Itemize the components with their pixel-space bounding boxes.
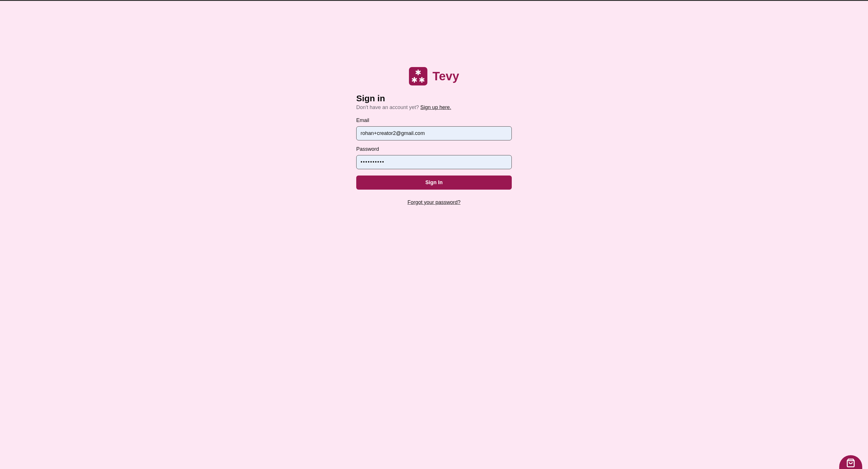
signin-button[interactable]: Sign In	[356, 175, 512, 190]
flower-icon: ✱	[411, 76, 417, 84]
forgot-wrap: Forgot your password?	[356, 199, 512, 205]
password-label: Password	[356, 146, 512, 152]
shopping-bag-icon	[846, 458, 855, 468]
brand-name: Tevy	[433, 69, 459, 83]
signup-prompt: Don't have an account yet? Sign up here.	[356, 104, 512, 110]
signin-container: ✱ ✱ ✱ Tevy Sign in Don't have an account…	[0, 1, 868, 205]
logo-icon: ✱ ✱ ✱	[409, 67, 427, 86]
password-field[interactable]	[356, 155, 512, 169]
page-title: Sign in	[356, 94, 512, 103]
signin-form: Sign in Don't have an account yet? Sign …	[356, 94, 512, 205]
flower-icon: ✱	[415, 69, 421, 76]
signup-link[interactable]: Sign up here.	[421, 104, 451, 110]
brand: ✱ ✱ ✱ Tevy	[409, 67, 459, 86]
flower-icon: ✱	[419, 76, 425, 84]
forgot-password-link[interactable]: Forgot your password?	[407, 199, 461, 205]
email-label: Email	[356, 118, 512, 124]
email-field[interactable]	[356, 126, 512, 140]
no-account-text: Don't have an account yet?	[356, 104, 421, 110]
help-fab-button[interactable]	[839, 455, 862, 469]
